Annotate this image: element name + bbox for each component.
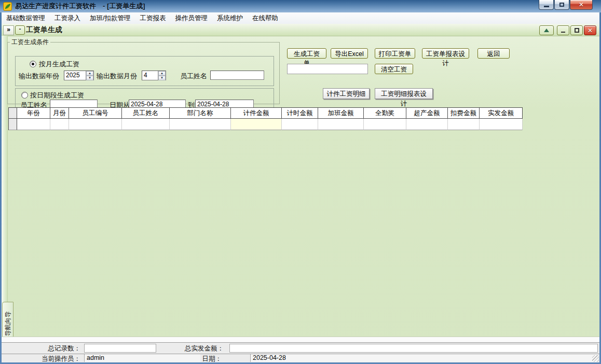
chevron-up-icon [544,29,549,32]
year-value: 2025 [64,71,86,80]
menu-wage-entry[interactable]: 工资录入 [50,13,85,23]
month-value: 4 [142,71,158,80]
mdi-client-area: » - 工资单生成 ✕ 导航向导 工资生成条件 按月生成工资 输出数据年份 20 [2,24,599,362]
grid-header-cell[interactable]: 实发金额 [480,107,523,119]
total-pay-field [229,344,598,353]
grid-data-cell[interactable] [69,119,122,130]
app-body: 基础数据管理 工资录入 加班/扣款管理 工资报表 操作员管理 系统维护 在线帮助… [2,12,599,362]
grid-header-cell[interactable]: 部门名称 [170,107,231,119]
menu-system-maintenance[interactable]: 系统维护 [212,13,248,23]
grid-data-cell[interactable] [50,119,69,130]
mdi-minimize-button[interactable] [557,25,569,35]
record-count-field [84,344,156,353]
export-excel-button[interactable]: 导出Excel [331,48,368,59]
grid-data-cell[interactable] [17,119,50,130]
mdi-maximize-button[interactable] [570,25,583,35]
operator-label: 当前操作员： [2,355,80,362]
close-icon: ✕ [579,2,584,8]
total-pay-label: 总实发金额： [147,344,224,353]
menu-wage-reports[interactable]: 工资报表 [135,13,170,23]
menu-bar: 基础数据管理 工资录入 加班/扣款管理 工资报表 操作员管理 系统维护 在线帮助 [2,12,599,24]
grid-header-cell[interactable]: 员工姓名 [122,107,170,119]
maximize-icon [575,28,579,33]
totals-row: 总记录数： 总实发金额： [2,342,599,354]
year-label: 输出数据年份 [19,72,59,81]
menu-overtime-deduction[interactable]: 加班/扣款管理 [85,13,135,23]
grid-data-cell[interactable] [406,119,448,130]
clear-wage-button[interactable]: 清空工资 [375,64,413,74]
grid-data-cell[interactable] [282,119,318,130]
close-icon: ✕ [588,27,593,34]
grid-corner-cell [9,107,17,119]
grid-data-cell[interactable] [480,119,523,130]
grid-data-cell[interactable] [231,119,282,130]
radio-generate-by-month[interactable] [30,61,36,67]
menu-basic-data[interactable]: 基础数据管理 [2,13,50,23]
panel-collapse-button[interactable]: - [15,25,25,35]
status-bar: 当前操作员： admin 日期： 2025-04-28 [2,354,599,362]
employee-name-label: 员工姓名 [180,72,207,81]
grid-data-cell[interactable] [364,119,406,130]
title-bar: 易达生产进度计件工资软件 - [工资单生成] ✕ [0,0,601,12]
mdi-child-title: 工资单生成 [26,25,62,35]
mdi-rollup-button[interactable] [539,25,554,35]
grid-data-cell[interactable] [122,119,170,130]
month-label: 输出数据月份 [97,72,137,81]
month-spinner[interactable]: 4 ▲▼ [142,71,166,80]
grid-header-cell[interactable]: 超产金额 [406,107,448,119]
groupbox-title: 工资生成条件 [10,38,50,47]
grid-header-cell[interactable]: 全勤奖 [364,107,406,119]
grid-header-cell[interactable]: 员工编号 [69,107,122,119]
radio-generate-by-month-label: 按月生成工资 [39,60,79,69]
grid-header-row: 年份月份员工编号员工姓名部门名称计件金额计时金额加班金额全勤奖超产金额扣费金额实… [9,107,523,119]
back-button[interactable]: 返回 [477,48,510,59]
window-title: 易达生产进度计件工资软件 - [工资单生成] [15,2,145,11]
app-window: 易达生产进度计件工资软件 - [工资单生成] ✕ 基础数据管理 工资录入 加班/… [0,0,601,364]
piece-wage-detail-button[interactable]: 计件工资明细 [323,88,370,99]
menu-operator-management[interactable]: 操作员管理 [170,13,212,23]
print-payslip-button[interactable]: 打印工资单 [375,48,415,59]
record-count-label: 总记录数： [2,344,80,353]
grid-data-row [9,119,523,130]
spin-down-icon[interactable]: ▼ [86,76,93,80]
year-spinner[interactable]: 2025 ▲▼ [64,71,94,80]
employee-name-input-monthly[interactable] [210,71,264,80]
resize-grip[interactable] [592,355,599,362]
grid-data-cell[interactable] [448,119,480,130]
mdi-child-header [2,24,599,36]
window-minimize-button[interactable] [539,0,554,10]
grid-data-cell[interactable] [318,119,364,130]
wage-condition-groupbox: 工资生成条件 按月生成工资 输出数据年份 2025 ▲▼ 输出数据月份 4 ▲▼… [7,38,280,104]
wage-grid: 年份月份员工编号员工姓名部门名称计件金额计时金额加班金额全勤奖超产金额扣费金额实… [8,107,523,130]
grid-header-cell[interactable]: 月份 [50,107,69,119]
spin-up-icon[interactable]: ▲ [158,71,166,76]
grid-header-cell[interactable]: 年份 [17,107,50,119]
nav-wizard-tab-label: 导航向导 [4,311,12,336]
menu-online-help[interactable]: 在线帮助 [248,13,283,23]
radio-generate-by-range[interactable] [21,92,28,99]
grid-header-cell[interactable]: 计件金额 [231,107,282,119]
nav-expand-button[interactable]: » [3,25,14,35]
spin-up-icon[interactable]: ▲ [86,71,93,76]
mdi-close-button[interactable]: ✕ [584,25,596,35]
grid-row-selector-cell[interactable] [9,119,17,130]
spin-down-icon[interactable]: ▼ [158,76,166,80]
minimize-icon [544,6,549,7]
wage-detail-report-design-button[interactable]: 工资明细报表设计 [375,88,433,99]
grid-header-cell[interactable]: 计时金额 [282,107,318,119]
window-close-button[interactable]: ✕ [570,0,593,10]
grid-data-cell[interactable] [170,119,231,130]
date-label: 日期： [157,355,222,362]
grid-header-cell[interactable]: 扣费金额 [448,107,480,119]
generate-payslip-button[interactable]: 生成工资单 [287,48,326,59]
app-logo-icon [3,2,12,11]
minimize-icon [561,32,565,33]
window-maximize-button[interactable] [554,0,569,10]
grid-header-cell[interactable]: 加班金额 [318,107,364,119]
date-value: 2025-04-28 [250,354,598,362]
radio-generate-by-range-label: 按日期段生成工资 [30,91,84,100]
progress-field [287,64,368,74]
payslip-report-design-button[interactable]: 工资单报表设计 [422,48,469,59]
maximize-icon [559,3,564,7]
